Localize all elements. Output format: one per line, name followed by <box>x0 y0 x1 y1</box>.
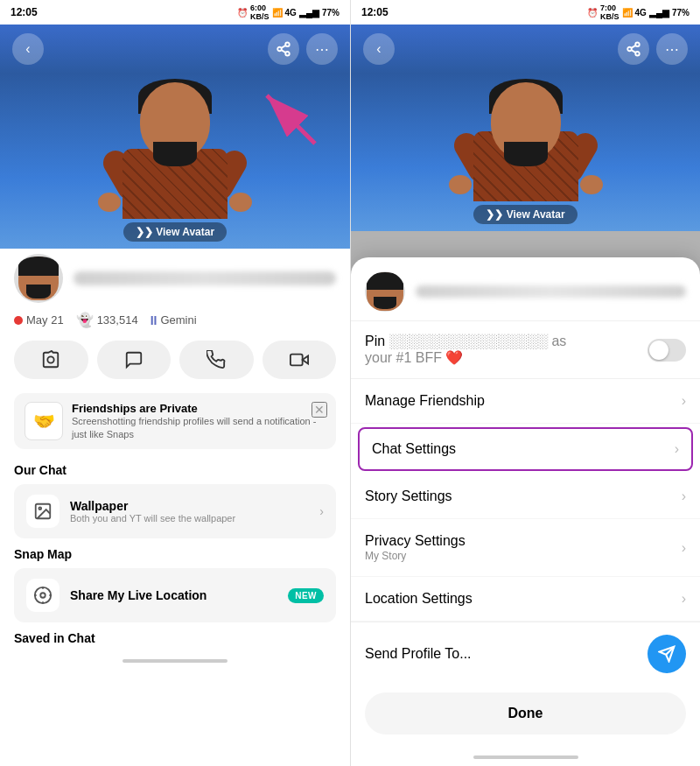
avatar-area-right: ❯❯ View Avatar <box>351 74 700 231</box>
avatar-3d-right <box>456 74 596 201</box>
status-bar-left: 12:05 ⏰ 6:00KB/S 📶 4G ▂▄▆ 77% <box>0 0 350 25</box>
svg-point-19 <box>627 47 632 52</box>
camera-button[interactable] <box>14 341 88 379</box>
friendship-close-button[interactable]: ✕ <box>312 402 327 418</box>
done-button[interactable]: Done <box>365 692 686 734</box>
wallpaper-title: Wallpaper <box>70 499 309 513</box>
pin-toggle[interactable] <box>648 339 686 362</box>
svg-point-0 <box>285 43 290 47</box>
header-left: ‹ ⋯ <box>0 25 350 74</box>
chat-settings-chevron: › <box>675 441 679 457</box>
send-profile-button[interactable] <box>648 635 686 673</box>
pin-row[interactable]: Pin ░░░░░░░░░░░░░░░░ asyour #1 BFF ❤️ <box>351 321 700 379</box>
share-button-right[interactable] <box>618 33 649 65</box>
date-dot <box>14 316 23 325</box>
friendship-banner: 🤝 Friendships are Private Screenshotting… <box>14 393 336 449</box>
sheet-profile-row <box>351 257 700 321</box>
home-indicator-right <box>351 748 700 766</box>
saved-chat-label: Saved in Chat <box>14 631 336 645</box>
home-bar-right <box>473 755 578 759</box>
meta-app: II Gemini <box>150 313 197 327</box>
home-bar-left <box>122 659 228 663</box>
avatar-3d-left <box>105 74 245 219</box>
svg-rect-9 <box>290 355 303 366</box>
action-buttons-left <box>14 341 336 379</box>
status-icons-right: ⏰ 7:00KB/S 📶 4G ▂▄▆ 77% <box>587 4 690 21</box>
wallpaper-icon <box>26 495 60 528</box>
our-chat-label: Our Chat <box>14 463 336 477</box>
wallpaper-chevron: › <box>319 504 324 518</box>
meta-date: May 21 <box>14 313 64 327</box>
avatar-area-left: ❯❯ View Avatar <box>0 74 350 249</box>
overlay: Pin ░░░░░░░░░░░░░░░░ asyour #1 BFF ❤️ Ma… <box>351 231 700 766</box>
bottom-sheet: Pin ░░░░░░░░░░░░░░░░ asyour #1 BFF ❤️ Ma… <box>351 257 700 766</box>
privacy-settings-sublabel: My Story <box>365 550 466 562</box>
profile-name-blurred-left <box>74 271 336 285</box>
svg-point-1 <box>277 47 282 52</box>
location-settings-chevron: › <box>682 591 686 607</box>
avatar-hand-right <box>229 193 252 212</box>
wallpaper-subtitle: Both you and YT will see the wallpaper <box>70 513 309 524</box>
header-right-right: ⋯ <box>618 33 688 65</box>
status-icons-left: ⏰ 6:00KB/S 📶 4G ▂▄▆ 77% <box>237 4 340 21</box>
story-settings-label: Story Settings <box>365 488 452 504</box>
location-icon <box>26 579 60 612</box>
svg-point-13 <box>40 593 46 598</box>
header-right-left: ⋯ <box>268 33 338 65</box>
send-profile-row[interactable]: Send Profile To... <box>351 622 700 685</box>
svg-marker-8 <box>302 355 307 363</box>
video-button[interactable] <box>262 341 337 379</box>
avatar-beard <box>153 142 197 166</box>
snap-map-label: Snap Map <box>14 547 336 561</box>
chat-button[interactable] <box>97 341 172 379</box>
avatar-hand-left-r <box>449 175 472 194</box>
sheet-avatar <box>365 271 405 312</box>
sheet-name-blurred <box>416 285 686 298</box>
privacy-settings-text: Privacy Settings My Story <box>365 533 466 562</box>
phone-button[interactable] <box>179 341 254 379</box>
manage-friendship-item[interactable]: Manage Friendship › <box>351 379 700 424</box>
pin-text: Pin ░░░░░░░░░░░░░░░░ asyour #1 BFF ❤️ <box>365 334 566 366</box>
friendship-desc: Screenshotting friendship profiles will … <box>72 415 326 440</box>
privacy-settings-chevron: › <box>682 540 686 556</box>
svg-line-22 <box>631 46 635 48</box>
manage-friendship-chevron: › <box>682 393 686 409</box>
wallpaper-item[interactable]: Wallpaper Both you and YT will see the w… <box>14 484 336 538</box>
story-settings-chevron: › <box>682 488 686 504</box>
profile-row-left <box>14 254 336 303</box>
location-settings-item[interactable]: Location Settings › <box>351 577 700 622</box>
avatar-hand-right-r <box>580 175 603 194</box>
svg-point-11 <box>38 507 41 509</box>
back-button-right[interactable]: ‹ <box>363 33 395 65</box>
friendship-text: Friendships are Private Screenshotting f… <box>72 402 326 440</box>
avatar-hand-left <box>98 193 121 212</box>
send-profile-label: Send Profile To... <box>365 646 472 662</box>
wallpaper-text: Wallpaper Both you and YT will see the w… <box>70 499 309 524</box>
time-right: 12:05 <box>361 6 388 18</box>
new-badge: NEW <box>288 588 324 603</box>
svg-line-3 <box>281 50 285 53</box>
back-button-left[interactable]: ‹ <box>12 33 44 65</box>
avatar-small-left <box>14 254 63 303</box>
location-settings-label: Location Settings <box>365 591 472 607</box>
more-button-right[interactable]: ⋯ <box>656 33 688 65</box>
svg-point-12 <box>35 587 51 603</box>
more-button-left[interactable]: ⋯ <box>306 33 338 65</box>
location-text: Share My Live Location <box>70 588 277 602</box>
friendship-title: Friendships are Private <box>72 402 326 415</box>
privacy-settings-item[interactable]: Privacy Settings My Story › <box>351 519 700 577</box>
location-title: Share My Live Location <box>70 588 277 602</box>
friendship-icon: 🤝 <box>24 402 63 440</box>
avatar-head-r <box>491 82 561 159</box>
story-settings-item[interactable]: Story Settings › <box>351 474 700 519</box>
share-button-left[interactable] <box>268 33 299 65</box>
chat-settings-label: Chat Settings <box>372 441 456 457</box>
view-avatar-button-left[interactable]: ❯❯ View Avatar <box>123 222 227 242</box>
svg-line-21 <box>631 50 635 53</box>
home-indicator-left <box>14 652 336 670</box>
location-item[interactable]: Share My Live Location NEW <box>14 568 336 622</box>
avatar-beard-r <box>504 142 548 166</box>
privacy-settings-label: Privacy Settings <box>365 533 466 549</box>
chat-settings-item[interactable]: Chat Settings › <box>358 427 693 471</box>
view-avatar-button-right[interactable]: ❯❯ View Avatar <box>473 205 577 224</box>
